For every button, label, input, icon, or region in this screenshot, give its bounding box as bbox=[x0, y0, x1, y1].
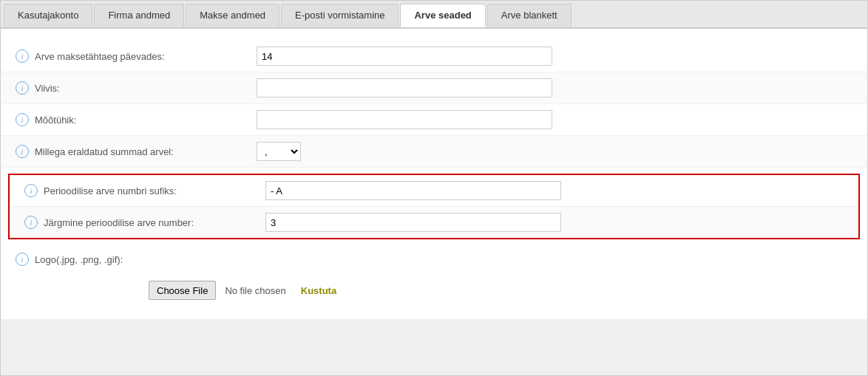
spacer-after-highlight bbox=[1, 239, 867, 245]
help-icon-logo[interactable]: i bbox=[16, 253, 29, 266]
row-perioodilise-sufiks: i Perioodilise arve numbri sufiks: bbox=[10, 175, 858, 207]
tab-eposti-vormistamine[interactable]: E-posti vormistamine bbox=[281, 4, 399, 27]
input-wrapper-maksetahtaeg bbox=[257, 47, 552, 66]
spacer-before-highlight bbox=[1, 168, 867, 174]
row-logo: i Logo(.jpg, .png, .gif): bbox=[1, 245, 867, 273]
highlighted-periodic-section: i Perioodilise arve numbri sufiks: i Jär… bbox=[8, 174, 860, 239]
row-arve-maksetahtaeg: i Arve maksetähtaeg päevades: bbox=[1, 41, 867, 72]
help-icon-maksetahtaeg[interactable]: i bbox=[16, 49, 29, 63]
select-wrapper-millega: , . ; bbox=[257, 142, 552, 161]
row-millega-eraldatud: i Millega eraldatud summad arvel: , . ; bbox=[1, 136, 867, 168]
tab-firma-andmed[interactable]: Firma andmed bbox=[94, 4, 184, 27]
input-sufiks[interactable] bbox=[265, 181, 561, 200]
tab-content: i Arve maksetähtaeg päevades: i Viivis: … bbox=[1, 29, 867, 319]
no-file-label: No file chosen bbox=[225, 285, 285, 296]
input-wrapper-jargmine bbox=[265, 213, 561, 232]
tab-arve-seaded[interactable]: Arve seaded bbox=[400, 4, 485, 27]
input-maksetahtaeg[interactable] bbox=[257, 47, 552, 66]
input-mootuhik[interactable] bbox=[257, 110, 552, 129]
input-viivis[interactable] bbox=[257, 78, 552, 98]
settings-window: Kasutajakonto Firma andmed Makse andmed … bbox=[0, 0, 868, 376]
label-maksetahtaeg: Arve maksetähtaeg päevades: bbox=[35, 51, 257, 62]
row-viivis: i Viivis: bbox=[1, 72, 867, 104]
kustuta-button[interactable]: Kustuta bbox=[301, 285, 336, 296]
row-jargmine: i Järgmine perioodilise arve number: bbox=[10, 207, 858, 238]
help-icon-viivis[interactable]: i bbox=[16, 81, 29, 95]
choose-file-button[interactable]: Choose File bbox=[149, 281, 216, 300]
select-millega[interactable]: , . ; bbox=[257, 142, 301, 161]
tab-makse-andmed[interactable]: Makse andmed bbox=[186, 4, 279, 27]
label-jargmine: Järgmine perioodilise arve number: bbox=[44, 217, 265, 228]
help-icon-sufiks[interactable]: i bbox=[24, 184, 38, 197]
label-mootuhik: Mõõtühik: bbox=[35, 114, 257, 126]
help-icon-jargmine[interactable]: i bbox=[24, 216, 38, 229]
input-wrapper-viivis bbox=[257, 78, 552, 98]
input-jargmine[interactable] bbox=[265, 213, 561, 232]
tab-arve-blankett[interactable]: Arve blankett bbox=[487, 4, 572, 27]
tab-kasutajakonto[interactable]: Kasutajakonto bbox=[4, 4, 92, 27]
row-mootuhik: i Mõõtühik: bbox=[1, 104, 867, 136]
tab-bar: Kasutajakonto Firma andmed Makse andmed … bbox=[1, 1, 867, 29]
input-wrapper-sufiks bbox=[265, 181, 561, 200]
input-wrapper-mootuhik bbox=[257, 110, 552, 129]
label-millega: Millega eraldatud summad arvel: bbox=[35, 146, 257, 157]
label-sufiks: Perioodilise arve numbri sufiks: bbox=[44, 185, 265, 196]
help-icon-mootuhik[interactable]: i bbox=[16, 113, 29, 126]
help-icon-millega[interactable]: i bbox=[16, 145, 29, 158]
label-viivis: Viivis: bbox=[35, 83, 257, 94]
row-file-upload: Choose File No file chosen Kustuta bbox=[1, 273, 867, 307]
label-logo: Logo(.jpg, .png, .gif): bbox=[35, 254, 257, 265]
